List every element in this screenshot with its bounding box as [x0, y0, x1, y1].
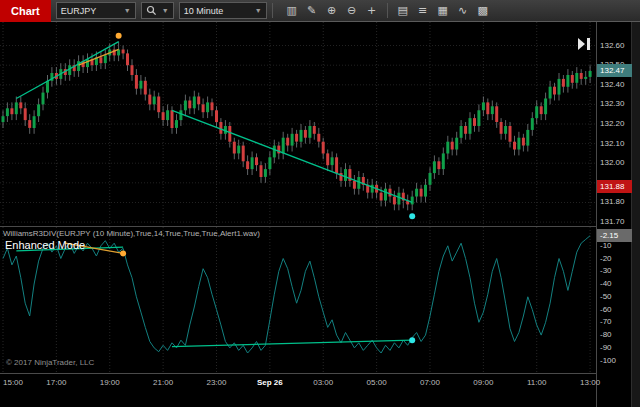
price-axis-label: 132.00 [600, 158, 624, 167]
chart-tab[interactable]: Chart [0, 0, 51, 22]
time-axis-label: 03:00 [313, 378, 333, 387]
market-analyzer-icon[interactable]: ≡ [413, 2, 433, 19]
indicator-value-marker: -2.15 [597, 229, 632, 242]
divergence-dot [116, 33, 122, 39]
time-axis-label: 23:00 [206, 378, 226, 387]
time-axis[interactable]: 15:0017:0019:0021:0023:00Sep 2603:0005:0… [0, 374, 596, 407]
enhanced-mode-label: Enhanced Mode [5, 239, 85, 251]
time-axis-label: Sep 26 [257, 378, 283, 387]
chevron-down-icon: ▼ [255, 7, 262, 14]
panel-divider[interactable] [0, 226, 632, 227]
lookup-dropdown[interactable]: ▼ [141, 2, 174, 19]
indicator-axis-label: -20 [600, 254, 612, 263]
williams-r-line [3, 236, 590, 353]
data-box-icon[interactable]: ▤ [393, 2, 413, 19]
divergence-dot [409, 337, 415, 343]
chart-style-icon[interactable]: ▥ [282, 2, 302, 19]
price-axis-label: 131.80 [600, 197, 624, 206]
time-axis-label: 09:00 [473, 378, 493, 387]
copyright-watermark: © 2017 NinjaTrader, LLC [6, 358, 94, 367]
time-axis-label: 17:00 [46, 378, 66, 387]
divergence-line [172, 340, 412, 346]
zoom-in-icon[interactable]: ⊕ [322, 2, 342, 19]
price-axis-label: 132.20 [600, 119, 624, 128]
time-axis-label: 21:00 [153, 378, 173, 387]
toolbar-separator [387, 3, 388, 18]
chart-trader-icon[interactable]: ▦ [433, 2, 453, 19]
chevron-down-icon: ▼ [162, 7, 169, 14]
time-axis-label: 05:00 [367, 378, 387, 387]
toolbar: Chart EURJPY ▼ ▼ 10 Minute ▼ ▥✎⊕⊖+▤≡▦∿▩ [0, 0, 640, 22]
toolbar-separator [272, 3, 273, 18]
divergence-line [16, 42, 118, 99]
time-axis-label: 11:00 [527, 378, 546, 387]
ninjatrader-chart-window: Chart EURJPY ▼ ▼ 10 Minute ▼ ▥✎⊕⊖+▤≡▦∿▩ … [0, 0, 640, 407]
vertical-scrollbar[interactable] [631, 22, 640, 407]
price-axis-label: 132.40 [600, 80, 624, 89]
indicator-axis-label: -80 [600, 330, 612, 339]
indicator-axis-label: -60 [600, 305, 612, 314]
chevron-down-icon: ▼ [124, 7, 131, 14]
time-axis-label: 13:00 [580, 378, 600, 387]
price-axis-label: 132.30 [600, 99, 624, 108]
indicator-axis-label: -100 [600, 356, 616, 365]
price-axis-label: 132.60 [600, 41, 624, 50]
time-axis-label: 15:00 [3, 378, 23, 387]
zoom-out-icon[interactable]: ⊖ [342, 2, 362, 19]
interval-label: 10 Minute [184, 6, 224, 16]
drawing-tools-icon[interactable]: ✎ [302, 2, 322, 19]
indicator-axis-label: -30 [600, 266, 612, 275]
divergence-dot [120, 250, 126, 256]
price-chart-canvas[interactable] [0, 22, 596, 226]
time-axis-label: 19:00 [100, 378, 120, 387]
price-axis-label: 132.10 [600, 139, 624, 148]
indicator-wave-icon[interactable]: ∿ [453, 2, 473, 19]
instrument-label: EURJPY [61, 6, 97, 16]
toolbar-icons: ▥✎⊕⊖+▤≡▦∿▩ [282, 2, 493, 19]
indicator-axis-label: -90 [600, 343, 612, 352]
properties-grid-icon[interactable]: ▩ [473, 2, 493, 19]
interval-dropdown[interactable]: 10 Minute ▼ [179, 2, 267, 19]
indicator-axis-label: -70 [600, 317, 612, 326]
price-axis-label: 131.70 [600, 217, 624, 226]
candlestick-series [2, 50, 592, 205]
divergence-line [79, 49, 119, 65]
current-price-marker: 132.47 [597, 64, 632, 77]
go-to-live-button[interactable] [576, 36, 592, 52]
crosshair-icon[interactable]: + [362, 2, 382, 19]
alert-price-marker: 131.88 [597, 180, 632, 193]
indicator-axis-label: -10 [600, 241, 612, 250]
price-axis[interactable]: 132.60132.50132.40132.30132.20132.10132.… [596, 22, 633, 407]
indicator-axis-label: -40 [600, 279, 612, 288]
indicator-axis-label: -50 [600, 292, 612, 301]
indicator-title: WilliamsR3DIV(EURJPY (10 Minute),True,14… [3, 229, 260, 238]
time-axis-label: 07:00 [420, 378, 440, 387]
indicator-chart-canvas[interactable] [0, 227, 596, 373]
divergence-dot [409, 213, 415, 219]
magnifier-icon [146, 5, 157, 16]
instrument-dropdown[interactable]: EURJPY ▼ [56, 2, 136, 19]
